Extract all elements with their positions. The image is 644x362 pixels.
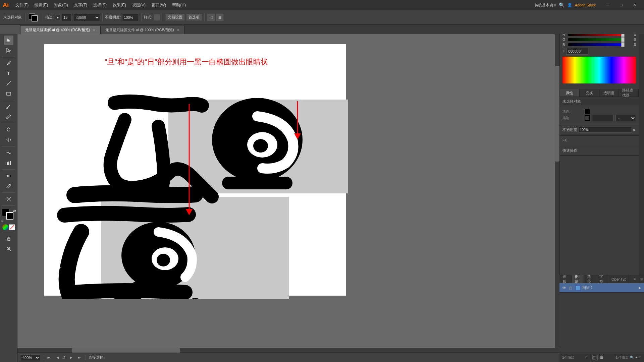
artboard-tab[interactable]: 画板 [559,275,572,283]
tab-0-close[interactable]: ✕ [93,28,95,32]
slice-tool-btn[interactable] [4,194,13,204]
rotate-tool-btn[interactable] [4,125,13,134]
horizontal-scrollbar[interactable] [17,348,559,353]
graph-tool-btn[interactable] [4,158,13,168]
path-tab[interactable]: 路径 [584,275,596,283]
next-btn[interactable]: ▶ [68,355,74,361]
stroke-style-select[interactable]: ─ [615,115,636,121]
b-slider-track[interactable] [568,43,625,46]
preferences-button[interactable]: 首选项 [186,14,202,21]
arrange-btn-2[interactable]: ▦ [216,13,224,21]
g-slider-thumb[interactable] [621,37,625,42]
hand-tool-btn[interactable] [4,234,13,243]
layer-lock-icon[interactable] [569,286,574,290]
eyedropper-tool-btn[interactable] [4,181,13,191]
fill-row: 填色 [562,109,636,114]
menu-file[interactable]: 文件(F) [13,2,31,9]
color-mode-btn[interactable] [2,224,8,230]
maximize-button[interactable]: □ [614,0,628,10]
toolbar-sep-6 [204,13,205,21]
pencil-tool-btn[interactable] [4,112,13,121]
add-layer-btn[interactable]: + [585,355,590,360]
opacity-value-input[interactable]: 100% [579,127,632,133]
menu-text[interactable]: 文字(T) [71,2,90,9]
layer-expand-arrow[interactable]: ▶ [639,286,641,290]
menu-view[interactable]: 视图(V) [129,2,148,9]
tab-1[interactable]: 元旦是只猫源文件.ai @ 100% (RGB/预览) ✕ [100,26,184,34]
gradient-tool-btn[interactable] [4,171,13,181]
doc-settings-button[interactable]: 文档设置 [165,14,185,21]
warp-tool-btn[interactable] [4,148,13,158]
rect-tool-btn[interactable] [4,89,13,98]
properties-tab[interactable]: 属性 [560,89,580,97]
menu-object[interactable]: 对象(O) [51,2,70,9]
horizontal-scrollbar-thumb[interactable] [72,348,180,353]
new-layer-btn[interactable]: ⬚ [592,355,598,360]
align-tab[interactable]: 透明度 [599,89,619,97]
delete-layer-btn[interactable]: 🗑 [600,355,605,360]
color-spectrum[interactable] [562,57,636,83]
canvas-area[interactable]: "旦"和"是"的"日"部分则用一黑一白椭圆做出眼睛状 [17,34,559,353]
opacity-arrow[interactable]: ▶ [633,128,636,132]
style-preview[interactable] [154,14,160,21]
stroke-size-input[interactable] [62,14,72,21]
menu-help[interactable]: 帮助(H) [169,2,189,9]
search-icon[interactable]: 🔍 [559,2,565,8]
tab-0[interactable]: 元旦是只猫讲解.ai @ 400% (RGB/预览) ✕ [20,26,100,34]
char-tab[interactable]: 字符 [596,275,608,283]
layer-visibility-icon[interactable]: 👁 [562,286,567,290]
next-page-btn[interactable]: ⏭ [77,355,83,361]
menu-window[interactable]: 窗口(W) [149,2,169,9]
opacity-input[interactable] [122,14,139,21]
transform-tab[interactable]: 变换 [580,89,599,97]
panel-collapse-btn[interactable]: ≡ [630,275,639,283]
stroke-color-box[interactable] [6,212,13,220]
opentype-tab[interactable]: OpenTyp [608,275,630,283]
selection-tool-btn[interactable] [4,36,13,45]
direct-selection-tool-btn[interactable] [4,46,13,55]
toolbar-sep-4 [141,13,142,21]
zoom-select[interactable]: 400% 100% 200% 50% [20,354,40,361]
paintbrush-tool-btn[interactable] [4,102,13,111]
layers-expand-btn[interactable]: ⊞ [639,275,644,283]
layers-tab[interactable]: 图层 [572,275,584,283]
g-slider-track[interactable] [568,38,625,41]
menu-edit[interactable]: 编辑(E) [32,2,51,9]
zoom-tool-btn[interactable] [4,244,13,253]
pathfinder-tab[interactable]: 路径查找器 [619,89,639,97]
prev-page-btn[interactable]: ⏮ [46,355,52,361]
none-color-btn[interactable] [9,224,15,230]
workspace-selector[interactable]: 传统基本功 v [535,3,556,8]
mirror-tool-btn[interactable] [4,135,13,144]
del-artboard-btn[interactable]: ✕ [639,356,641,359]
tool-sep-8 [2,232,15,232]
prev-btn[interactable]: ◀ [55,355,61,361]
default-colors-btn[interactable]: ⊡ [1,219,4,222]
menu-select[interactable]: 选择(S) [91,2,109,9]
stroke-dot: ● [55,15,60,20]
minimize-button[interactable]: ─ [601,0,614,10]
vertical-scrollbar[interactable] [555,34,559,353]
line-tool-btn[interactable] [4,79,13,88]
stroke-type-select[interactable]: 点圆形 [73,14,100,21]
new-artboard-btn[interactable]: + [635,356,637,359]
tab-1-close[interactable]: ✕ [177,28,179,32]
toolbar-sep-2 [43,13,43,21]
type-tool-btn[interactable]: T [4,69,13,78]
swap-colors-btn[interactable]: ⇌ [13,209,16,213]
stroke-width-input[interactable] [592,115,613,121]
layer-1-item[interactable]: 👁 图层 1 ▶ [559,283,644,293]
arrange-btn-1[interactable]: ⬚ [207,13,215,21]
stroke-swatch-btn[interactable] [585,115,590,121]
menu-effect[interactable]: 效果(E) [110,2,129,9]
fill-swatch-btn[interactable] [585,109,590,114]
vertical-scrollbar-thumb[interactable] [555,66,559,162]
layers-filter-btn[interactable]: 🔍 [630,356,634,359]
b-slider-thumb[interactable] [621,42,625,47]
pen-tool-btn[interactable] [4,59,13,68]
hex-input[interactable]: 000000 [567,48,588,55]
close-button[interactable]: ✕ [628,0,641,10]
fill-stroke-selector[interactable] [28,13,40,22]
user-icon[interactable]: 👤 [567,3,572,7]
stroke-color-swatch[interactable] [32,15,38,21]
